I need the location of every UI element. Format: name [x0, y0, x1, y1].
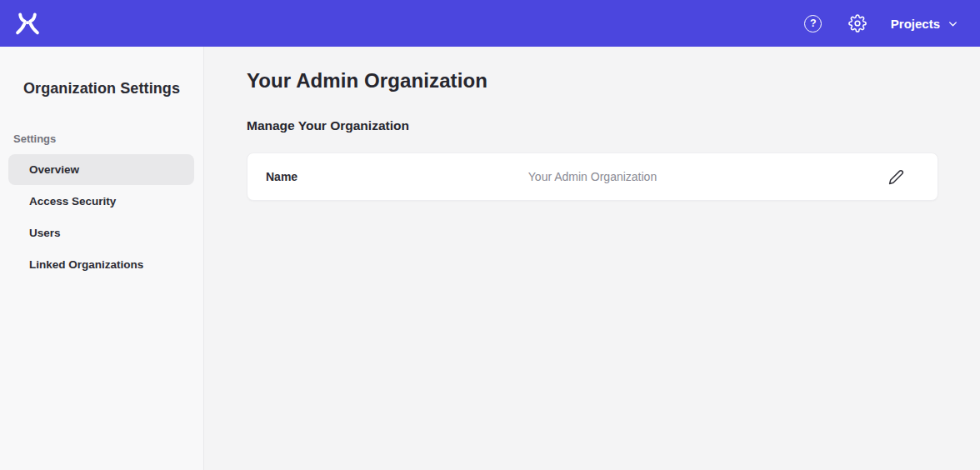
mendix-logo[interactable] — [15, 12, 40, 35]
edit-name-button[interactable] — [886, 167, 906, 187]
gear-icon — [848, 14, 867, 32]
mendix-x-icon — [15, 12, 40, 35]
sidebar-title: Organization Settings — [0, 80, 203, 98]
sidebar-item-users[interactable]: Users — [8, 218, 194, 248]
page-title: Your Admin Organization — [247, 69, 938, 92]
organization-settings-sidebar: Organization Settings Settings Overview … — [0, 47, 204, 470]
organization-name-card: Name Your Admin Organization — [247, 152, 938, 201]
topbar-actions: ? Projects — [802, 12, 958, 34]
page-content: Organization Settings Settings Overview … — [0, 47, 980, 470]
pencil-icon — [888, 169, 904, 185]
projects-dropdown-label: Projects — [891, 17, 940, 31]
name-field-value: Your Admin Organization — [528, 170, 657, 183]
section-title-manage-organization: Manage Your Organization — [247, 118, 938, 133]
sidebar-item-overview[interactable]: Overview — [8, 154, 194, 185]
question-mark-circle-icon: ? — [804, 15, 822, 32]
help-button[interactable]: ? — [802, 12, 824, 34]
name-field-label: Name — [266, 170, 298, 183]
settings-button[interactable] — [847, 12, 868, 34]
projects-dropdown[interactable]: Projects — [891, 17, 958, 31]
main-panel: Your Admin Organization Manage Your Orga… — [204, 47, 980, 470]
sidebar-item-linked-organizations[interactable]: Linked Organizations — [8, 249, 194, 280]
top-navigation-bar: ? Projects — [0, 0, 980, 47]
sidebar-nav: Overview Access Security Users Linked Or… — [0, 154, 203, 280]
chevron-down-icon — [948, 18, 958, 29]
sidebar-section-label-settings: Settings — [13, 132, 203, 145]
sidebar-item-access-security[interactable]: Access Security — [8, 186, 194, 217]
